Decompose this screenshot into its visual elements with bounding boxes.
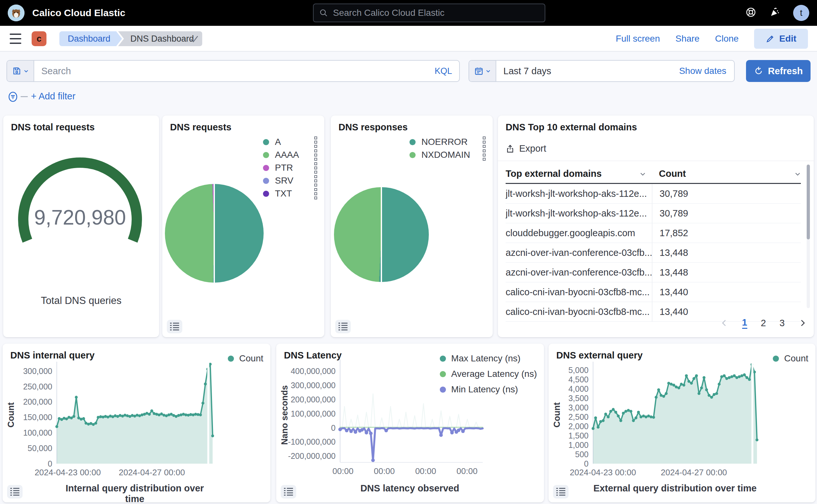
svg-text:1,000: 1,000 xyxy=(568,440,589,449)
legend-swatch[interactable] xyxy=(409,152,416,158)
legend-actions-icon[interactable] xyxy=(483,136,486,148)
table-scrollbar[interactable] xyxy=(807,165,810,308)
legend-item: Count xyxy=(773,353,808,364)
svg-text:250,000: 250,000 xyxy=(23,382,52,391)
legend-swatch[interactable] xyxy=(263,139,269,145)
x-axis-title: DNS latency observed xyxy=(340,483,479,494)
project-chip-label: c xyxy=(36,34,41,44)
previous-page-icon[interactable] xyxy=(720,319,729,327)
filter-menu-icon[interactable] xyxy=(7,91,19,104)
column-header-count[interactable]: Count xyxy=(652,168,801,179)
legend-actions-icon[interactable] xyxy=(483,149,486,161)
table-row[interactable]: azcni-over-ivan-conference-03cfb... 13,4… xyxy=(506,263,801,282)
legend-swatch[interactable] xyxy=(773,356,779,362)
page-3-button[interactable]: 3 xyxy=(780,318,785,328)
x-axis-title: External query distribution over time xyxy=(593,483,757,494)
legend-swatch[interactable] xyxy=(409,139,416,145)
panel-legend-toggle-button[interactable] xyxy=(167,320,182,333)
panel-title[interactable]: DNS responses xyxy=(338,122,408,133)
project-chip[interactable]: c xyxy=(32,31,46,46)
legend-label[interactable]: AAAA xyxy=(275,150,303,160)
svg-text:9,720,980: 9,720,980 xyxy=(34,206,126,229)
legend-label[interactable]: A xyxy=(275,137,303,147)
next-page-icon[interactable] xyxy=(798,319,807,327)
panel-legend-toggle-button[interactable] xyxy=(335,320,351,333)
panel-legend-toggle-button[interactable] xyxy=(7,485,23,499)
clone-button[interactable]: Clone xyxy=(715,34,739,44)
legend-label[interactable]: TXT xyxy=(275,188,303,199)
show-dates-button[interactable]: Show dates xyxy=(679,66,726,76)
legend-label[interactable]: NXDOMAIN xyxy=(421,150,472,160)
share-button[interactable]: Share xyxy=(675,34,700,44)
whats-new-party-popper-icon[interactable] xyxy=(769,7,780,19)
external-query-area-chart[interactable]: 05001,0001,5002,0002,5003,0003,5004,0004… xyxy=(551,358,761,480)
breadcrumb-dashboard[interactable]: Dashboard xyxy=(59,31,122,46)
count-cell: 17,852 xyxy=(652,223,801,243)
kql-language-button[interactable]: KQL xyxy=(435,66,452,76)
date-picker[interactable]: Last 7 days Show dates xyxy=(469,60,735,82)
page-1-button[interactable]: 1 xyxy=(742,317,747,329)
refresh-button[interactable]: Refresh xyxy=(746,60,811,82)
svg-text:100,000,000: 100,000,000 xyxy=(291,409,336,418)
panel-title[interactable]: DNS total requests xyxy=(11,122,95,133)
navigation-bar: c Dashboard DNS Dashboard Full screen Sh… xyxy=(0,26,817,52)
legend-actions-icon[interactable] xyxy=(314,162,317,174)
table-row[interactable]: clouddebugger.googleapis.com 17,852 xyxy=(506,223,801,243)
panel-title[interactable]: DNS requests xyxy=(170,122,231,133)
legend-label[interactable]: Count xyxy=(784,353,808,364)
domain-cell: azcni-over-ivan-conference-03cfb... xyxy=(506,243,652,262)
table-row[interactable]: jlt-worksh-jlt-workshop-aks-112e... 30,7… xyxy=(506,204,801,223)
chart-legend: Count xyxy=(228,353,263,364)
legend-label[interactable]: PTR xyxy=(275,163,303,173)
saved-queries-button[interactable] xyxy=(7,61,34,81)
legend-swatch[interactable] xyxy=(263,178,269,184)
add-filter-button[interactable]: + Add filter xyxy=(31,91,76,102)
total-requests-gauge: 9,720,980 xyxy=(6,143,155,281)
search-icon xyxy=(319,9,328,17)
legend-label[interactable]: Count xyxy=(239,353,263,364)
internal-query-area-chart[interactable]: 050,000100,000150,000200,000250,000300,0… xyxy=(5,358,217,480)
panel-legend-toggle-button[interactable] xyxy=(281,485,296,499)
user-avatar[interactable]: t xyxy=(793,5,809,21)
legend-swatch[interactable] xyxy=(263,152,269,158)
latency-line-chart[interactable]: 400,000,000300,000,000200,000,000100,000… xyxy=(283,357,486,479)
legend-swatch[interactable] xyxy=(228,356,234,362)
menu-icon[interactable] xyxy=(10,34,21,44)
legend-swatch[interactable] xyxy=(263,191,269,197)
app-logo[interactable] xyxy=(8,5,25,21)
legend-actions-icon[interactable] xyxy=(314,149,317,161)
edit-button[interactable]: Edit xyxy=(754,29,808,49)
legend-label[interactable]: NOERROR xyxy=(421,137,472,147)
time-range-value[interactable]: Last 7 days xyxy=(503,66,679,76)
check-icon[interactable] xyxy=(189,34,199,45)
table-row[interactable]: jlt-worksh-jlt-workshop-aks-112e... 30,7… xyxy=(506,184,801,204)
full-screen-button[interactable]: Full screen xyxy=(616,34,660,44)
list-icon xyxy=(170,322,179,331)
scrollbar-thumb[interactable] xyxy=(807,165,810,239)
list-icon xyxy=(338,322,348,331)
refresh-icon xyxy=(754,66,763,76)
help-icon[interactable] xyxy=(745,7,756,19)
panel-legend-toggle-button[interactable] xyxy=(553,485,569,499)
dns-responses-pie-chart[interactable] xyxy=(334,187,429,282)
kql-search-bar[interactable]: Search KQL xyxy=(6,60,460,82)
table-row[interactable]: azcni-over-ivan-conference-03cfb... 13,4… xyxy=(506,243,801,263)
column-header-label: Top external domains xyxy=(506,168,602,179)
panel-title[interactable]: DNS Top 10 external domains xyxy=(506,122,637,133)
table-row[interactable]: calico-cni-ivan-byocni-03cfb8-mc... 13,4… xyxy=(506,282,801,302)
save-icon xyxy=(12,66,21,76)
legend-label[interactable]: SRV xyxy=(275,176,303,186)
svg-text:2,000: 2,000 xyxy=(568,422,589,431)
legend-actions-icon[interactable] xyxy=(314,136,317,148)
global-search-input[interactable]: Search Calico Cloud Elastic xyxy=(313,4,545,22)
date-quick-select-button[interactable] xyxy=(469,61,496,81)
dns-requests-pie-chart[interactable] xyxy=(165,184,264,283)
export-button[interactable]: Export xyxy=(506,143,546,154)
svg-text:400,000,000: 400,000,000 xyxy=(291,367,336,376)
legend-actions-icon[interactable] xyxy=(314,188,317,199)
legend-actions-icon[interactable] xyxy=(314,175,317,186)
page-2-button[interactable]: 2 xyxy=(761,318,766,328)
legend-swatch[interactable] xyxy=(263,165,269,171)
column-header-domain[interactable]: Top external domains xyxy=(506,168,652,179)
global-search-placeholder: Search Calico Cloud Elastic xyxy=(333,8,445,18)
